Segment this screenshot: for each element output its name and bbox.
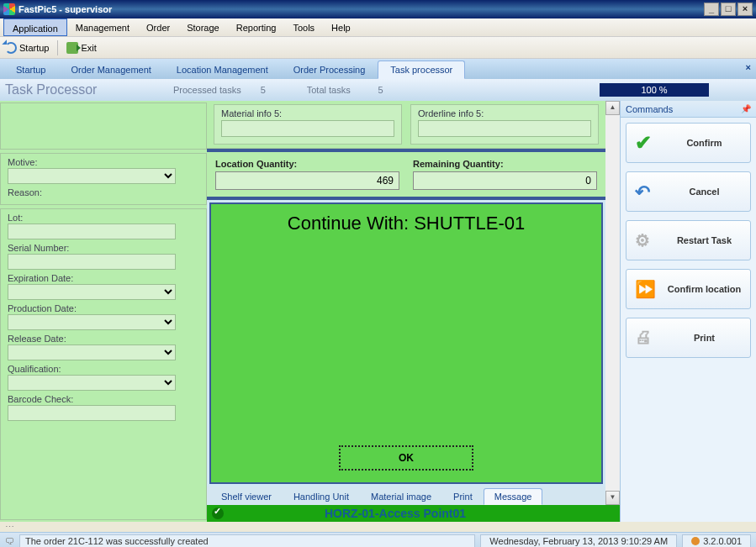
total-value: 5 [356, 85, 406, 95]
left-panel: Motive: Reason: Lot: Serial Number: Expi… [0, 101, 207, 522]
exit-label: Exit [81, 43, 96, 53]
commands-header: Commands 📌 [621, 101, 756, 118]
confirm-button[interactable]: ✔ Confirm [626, 123, 751, 163]
release-select[interactable] [8, 345, 176, 360]
tab-material-image[interactable]: Material image [360, 488, 442, 505]
serial-input[interactable] [8, 254, 176, 270]
tab-startup[interactable]: Startup [3, 60, 58, 79]
scroll-up-icon[interactable]: ▲ [605, 101, 620, 115]
message-text: Continue With: SHUTTLE-01 [288, 213, 525, 234]
qualification-label: Qualification: [8, 364, 199, 374]
tab-message[interactable]: Message [484, 488, 543, 505]
startup-label: Startup [19, 43, 49, 53]
left-top-panel [0, 103, 207, 150]
confirm-location-label: Confirm location [667, 284, 742, 294]
material-info-label: Material info 5: [221, 108, 394, 118]
menu-tools[interactable]: Tools [284, 18, 323, 36]
location-qty-box: Location Quantity: 469 [215, 159, 399, 190]
attributes-panel: Lot: Serial Number: Expiration Date: Pro… [0, 208, 207, 520]
barcode-label: Barcode Check: [8, 394, 199, 404]
menu-application[interactable]: Application [3, 18, 67, 36]
motive-select[interactable] [8, 168, 176, 184]
status-message: The order 21C-112 was successfully creat… [19, 534, 475, 548]
restart-task-button[interactable]: ⚙ Restart Task [626, 220, 751, 260]
page-title: Task Processor [5, 82, 173, 97]
menu-management[interactable]: Management [67, 18, 138, 36]
forward-icon: ⏩ [635, 279, 655, 299]
tab-shelf-viewer[interactable]: Shelf viewer [210, 488, 283, 505]
commands-list: ✔ Confirm ↶ Cancel ⚙ Restart Task ⏩ Conf… [621, 118, 756, 363]
overflow-indicator[interactable]: ⋯ [0, 522, 756, 532]
message-panel: Continue With: SHUTTLE-01 OK [209, 202, 603, 484]
confirm-label: Confirm [667, 138, 742, 148]
confirm-location-button[interactable]: ⏩ Confirm location [626, 269, 751, 309]
menubar: Application Management Order Storage Rep… [0, 18, 756, 37]
commands-panel: Commands 📌 ✔ Confirm ↶ Cancel ⚙ Restart … [620, 101, 756, 522]
statusbar: 🗨 The order 21C-112 was successfully cre… [0, 532, 756, 547]
print-button[interactable]: 🖨 Print [626, 318, 751, 358]
release-label: Release Date: [8, 334, 199, 344]
motive-label: Motive: [8, 157, 199, 167]
lot-label: Lot: [8, 213, 199, 223]
production-label: Production Date: [8, 303, 199, 313]
exit-icon [66, 42, 78, 54]
tab-task-processor[interactable]: Task processor [378, 60, 465, 79]
location-qty-label: Location Quantity: [215, 159, 399, 169]
pin-icon[interactable]: 📌 [741, 104, 751, 113]
commands-title: Commands [626, 104, 673, 114]
tab-close-icon[interactable]: × [746, 62, 751, 72]
menu-reporting[interactable]: Reporting [228, 18, 285, 36]
motive-reason-panel: Motive: Reason: [0, 153, 207, 205]
menu-order[interactable]: Order [138, 18, 178, 36]
exit-button[interactable]: Exit [66, 42, 96, 54]
barcode-input[interactable] [8, 405, 176, 421]
center-panel: Material info 5: Orderline info 5: Locat… [207, 101, 620, 522]
checkmark-icon: ✔ [635, 133, 655, 153]
cancel-label: Cancel [667, 187, 742, 197]
info-row: Material info 5: Orderline info 5: [207, 101, 605, 149]
tab-order-management[interactable]: Order Management [58, 60, 163, 79]
material-info-box: Material info 5: [214, 104, 402, 145]
status-version: 3.2.0.001 [682, 534, 751, 548]
minimize-button[interactable]: _ [704, 3, 719, 16]
production-select[interactable] [8, 314, 176, 330]
cancel-button[interactable]: ↶ Cancel [626, 171, 751, 212]
menu-storage[interactable]: Storage [178, 18, 228, 36]
maximize-button[interactable]: □ [721, 3, 736, 16]
divider-bar-2 [207, 197, 605, 200]
app-icon [3, 3, 15, 15]
menu-help[interactable]: Help [323, 18, 359, 36]
expiration-select[interactable] [8, 284, 176, 300]
motive-field: Motive: [8, 157, 199, 184]
remaining-qty-value: 0 [413, 171, 597, 190]
processed-label: Processed tasks [173, 85, 241, 95]
page-header: Task Processor Processed tasks 5 Total t… [0, 79, 756, 101]
tab-print[interactable]: Print [442, 488, 484, 505]
expiration-label: Expiration Date: [8, 273, 199, 283]
access-point-text: HORZ-01-Access Point01 [325, 507, 466, 520]
window-titlebar: FastPic5 - supervisor _ □ × [0, 0, 756, 18]
window-title: FastPic5 - supervisor [19, 4, 704, 14]
orderline-info-value [418, 120, 591, 137]
lot-input[interactable] [8, 224, 176, 239]
scroll-down-icon[interactable]: ▼ [605, 491, 620, 505]
tab-order-processing[interactable]: Order Processing [281, 60, 378, 79]
refresh-icon [5, 42, 17, 54]
center-scrollbar[interactable]: ▲ ▼ [605, 101, 620, 505]
qualification-select[interactable] [8, 375, 176, 391]
tab-handling-unit[interactable]: Handling Unit [283, 488, 360, 505]
status-icon: 🗨 [5, 536, 14, 546]
toolbar: Startup Exit [0, 37, 756, 59]
ok-button[interactable]: OK [339, 445, 473, 471]
tab-location-management[interactable]: Location Management [164, 60, 281, 79]
bottom-tabstrip: Shelf viewer Handling Unit Material imag… [207, 487, 605, 505]
main-area: Motive: Reason: Lot: Serial Number: Expi… [0, 101, 756, 522]
progress-bar: 100 % [600, 83, 709, 97]
location-qty-value: 469 [215, 171, 399, 190]
task-stats: Processed tasks 5 Total tasks 5 [173, 85, 600, 95]
scroll-track[interactable] [605, 115, 620, 491]
serial-label: Serial Number: [8, 243, 199, 253]
startup-button[interactable]: Startup [5, 42, 49, 54]
restart-label: Restart Task [667, 235, 742, 245]
close-button[interactable]: × [737, 3, 753, 16]
